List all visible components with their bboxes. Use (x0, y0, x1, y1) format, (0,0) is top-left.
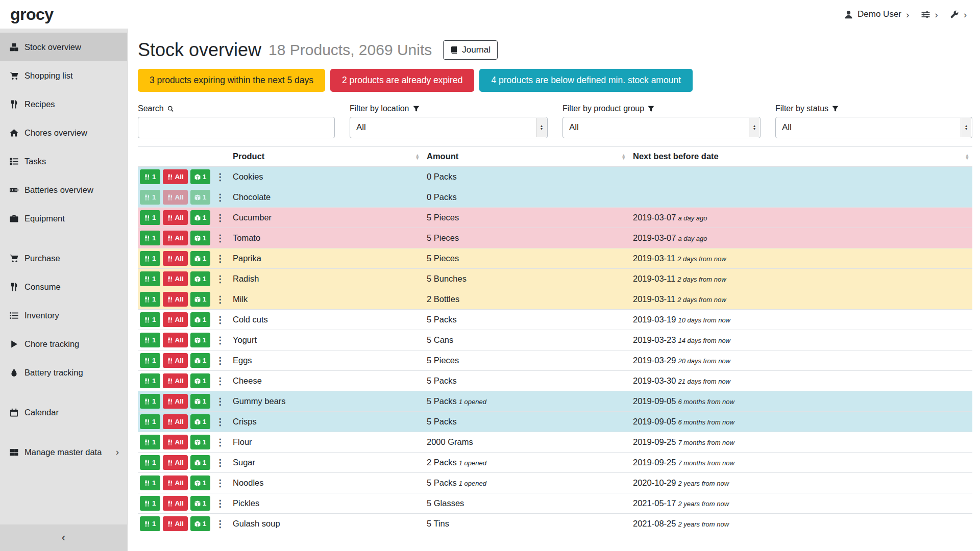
location-select[interactable]: All ▴▾ (350, 117, 548, 138)
alert-warning[interactable]: 3 products expiring within the next 5 da… (138, 69, 325, 92)
sidebar-item-purchase[interactable]: Purchase (0, 244, 127, 272)
user-menu[interactable]: Demo User › (844, 9, 909, 19)
consume-one-button[interactable]: 1 (140, 496, 160, 511)
sidebar-item-battery-tracking[interactable]: Battery tracking (0, 358, 127, 387)
consume-all-button[interactable]: All (163, 373, 188, 388)
row-menu-button[interactable]: ⋮ (215, 355, 222, 366)
sidebar-item-shopping-list[interactable]: Shopping list (0, 61, 127, 90)
open-one-button[interactable]: 1 (190, 333, 211, 347)
consume-all-button[interactable]: All (163, 271, 188, 286)
sidebar-item-equipment[interactable]: Equipment (0, 204, 127, 233)
open-one-button[interactable]: 1 (190, 271, 211, 286)
open-one-button[interactable]: 1 (190, 435, 211, 449)
row-menu-button[interactable]: ⋮ (215, 375, 222, 387)
row-menu-button[interactable]: ⋮ (215, 478, 222, 489)
admin-menu[interactable]: › (950, 10, 967, 19)
consume-one-button[interactable]: 1 (140, 373, 160, 388)
sidebar-item-chore-tracking[interactable]: Chore tracking (0, 330, 127, 358)
consume-all-button[interactable]: All (163, 455, 188, 470)
sidebar-item-calendar[interactable]: Calendar (0, 398, 127, 427)
row-menu-button[interactable]: ⋮ (215, 192, 222, 203)
consume-all-button[interactable]: All (163, 312, 188, 327)
open-one-button[interactable]: 1 (190, 394, 211, 409)
consume-all-button[interactable]: All (163, 333, 188, 347)
sidebar-item-stock-overview[interactable]: Stock overview (0, 33, 127, 61)
open-one-button[interactable]: 1 (190, 312, 211, 327)
grocy-logo[interactable]: grocy (10, 5, 54, 24)
consume-all-button[interactable]: All (163, 210, 188, 225)
open-one-button[interactable]: 1 (190, 496, 211, 511)
consume-all-button[interactable]: All (163, 292, 188, 307)
journal-button[interactable]: Journal (443, 40, 498, 60)
row-menu-button[interactable]: ⋮ (215, 273, 222, 285)
row-menu-button[interactable]: ⋮ (215, 416, 222, 428)
consume-one-button[interactable]: 1 (140, 516, 160, 531)
consume-all-button[interactable]: All (163, 414, 188, 429)
consume-one-button[interactable]: 1 (140, 251, 160, 266)
open-one-button[interactable]: 1 (190, 251, 211, 266)
consume-all-button[interactable]: All (163, 353, 188, 368)
open-one-button[interactable]: 1 (190, 516, 211, 531)
consume-one-button[interactable]: 1 (140, 475, 160, 490)
consume-one-button[interactable]: 1 (140, 435, 160, 449)
sidebar-collapse-button[interactable]: ‹ (0, 524, 127, 551)
open-one-button[interactable]: 1 (190, 414, 211, 429)
consume-all-button[interactable]: All (163, 394, 188, 409)
row-menu-button[interactable]: ⋮ (215, 457, 222, 468)
row-menu-button[interactable]: ⋮ (215, 396, 222, 407)
row-menu-button[interactable]: ⋮ (215, 335, 222, 346)
product-group-select[interactable]: All ▴▾ (562, 117, 761, 138)
consume-all-button[interactable]: All (163, 251, 188, 266)
sidebar-item-consume[interactable]: Consume (0, 272, 127, 301)
open-one-button[interactable]: 1 (190, 475, 211, 490)
open-one-button[interactable]: 1 (190, 169, 211, 184)
open-one-button[interactable]: 1 (190, 455, 211, 470)
row-menu-button[interactable]: ⋮ (215, 314, 222, 325)
consume-one-button[interactable]: 1 (140, 271, 160, 286)
consume-all-button[interactable]: All (163, 496, 188, 511)
row-menu-button[interactable]: ⋮ (215, 233, 222, 244)
alert-info[interactable]: 4 products are below defined min. stock … (479, 69, 693, 92)
consume-one-button[interactable]: 1 (140, 394, 160, 409)
row-menu-button[interactable]: ⋮ (215, 518, 222, 530)
consume-one-button[interactable]: 1 (140, 312, 160, 327)
search-input[interactable] (138, 117, 335, 138)
sidebar-item-batteries-overview[interactable]: Batteries overview (0, 176, 127, 204)
sidebar-item-inventory[interactable]: Inventory (0, 301, 127, 330)
row-menu-button[interactable]: ⋮ (215, 294, 222, 305)
consume-one-button[interactable]: 1 (140, 292, 160, 307)
consume-one-button[interactable]: 1 (140, 333, 160, 347)
row-menu-button[interactable]: ⋮ (215, 171, 222, 183)
consume-one-button[interactable]: 1 (140, 169, 160, 184)
sidebar-item-recipes[interactable]: Recipes (0, 90, 127, 118)
sidebar-item-tasks[interactable]: Tasks (0, 147, 127, 176)
sidebar-item-manage-master-data[interactable]: Manage master data› (0, 438, 127, 466)
alert-danger[interactable]: 2 products are already expired (330, 69, 474, 92)
open-one-button[interactable]: 1 (190, 210, 211, 225)
consume-one-button[interactable]: 1 (140, 210, 160, 225)
row-menu-button[interactable]: ⋮ (215, 437, 222, 448)
consume-one-button[interactable]: 1 (140, 353, 160, 368)
open-one-button[interactable]: 1 (190, 190, 211, 205)
consume-one-button[interactable]: 1 (140, 455, 160, 470)
consume-all-button[interactable]: All (163, 169, 188, 184)
row-menu-button[interactable]: ⋮ (215, 253, 222, 264)
consume-one-button[interactable]: 1 (140, 190, 160, 205)
consume-all-button[interactable]: All (163, 516, 188, 531)
consume-all-button[interactable]: All (163, 190, 188, 205)
product-column-header[interactable]: Product ▴▾ (229, 147, 423, 167)
open-one-button[interactable]: 1 (190, 292, 211, 307)
consume-one-button[interactable]: 1 (140, 414, 160, 429)
row-menu-button[interactable]: ⋮ (215, 212, 222, 223)
status-select[interactable]: All ▴▾ (775, 117, 972, 138)
open-one-button[interactable]: 1 (190, 373, 211, 388)
sidebar-item-chores-overview[interactable]: Chores overview (0, 118, 127, 147)
consume-all-button[interactable]: All (163, 231, 188, 245)
consume-all-button[interactable]: All (163, 475, 188, 490)
open-one-button[interactable]: 1 (190, 231, 211, 245)
settings-menu[interactable]: › (921, 10, 938, 19)
open-one-button[interactable]: 1 (190, 353, 211, 368)
consume-all-button[interactable]: All (163, 435, 188, 449)
consume-one-button[interactable]: 1 (140, 231, 160, 245)
row-menu-button[interactable]: ⋮ (215, 498, 222, 509)
